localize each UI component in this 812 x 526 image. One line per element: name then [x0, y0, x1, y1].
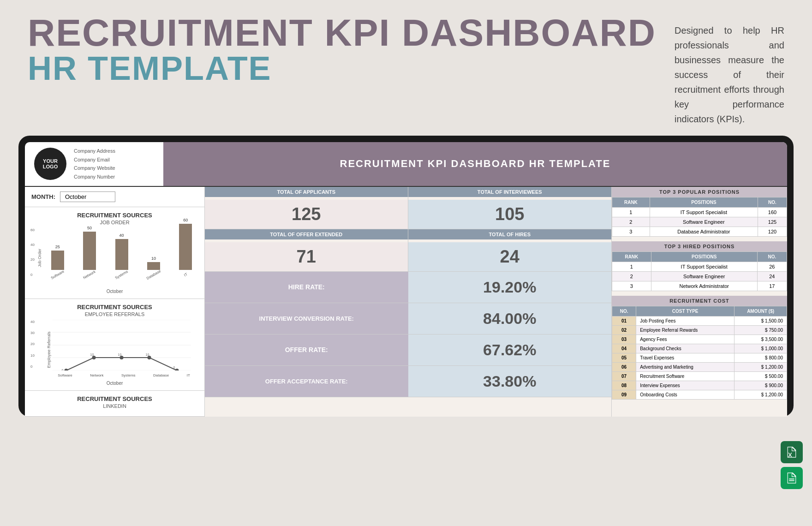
interviewees-label: TOTAL OF INTERVIEWEES	[408, 187, 612, 197]
table-row: 09 Onboarding Costs $ 1,200.00	[612, 390, 787, 399]
logo-circle: YOUR LOGO	[34, 148, 66, 180]
offers-label: TOTAL OF OFFER EXTENDED	[205, 229, 408, 239]
hires-cell: TOTAL OF HIRES 24	[408, 229, 612, 271]
table-row: 01 Job Posting Fees $ 1,500.00	[612, 316, 787, 325]
offers-cell: TOTAL OF OFFER EXTENDED 71	[205, 229, 408, 271]
svg-text:0: 0	[173, 366, 175, 369]
line-chart-svg: 0 10 10 10 0	[44, 320, 199, 371]
description: Designed to help HR professionals and bu…	[675, 14, 784, 126]
interviewees-cell: TOTAL OF INTERVIEWEES 105	[408, 187, 612, 229]
offers-value: 71	[205, 242, 408, 271]
svg-rect-16	[789, 480, 794, 481]
bar-software	[51, 251, 64, 270]
hires-label: TOTAL OF HIRES	[408, 229, 612, 239]
month-label: MONTH:	[31, 193, 55, 200]
dashboard-title-text: RECRUITMENT KPI DASHBOARD HR TEMPLATE	[340, 158, 611, 170]
table-row: 03 Agency Fees $ 3,500.00	[612, 335, 787, 344]
table-row: 3 Database Administrator 120	[612, 227, 787, 236]
hired-header-rank: RANK	[612, 251, 651, 262]
offer-rate-row: OFFER RATE: 67.62%	[205, 335, 611, 366]
device-inner: YOUR LOGO Company Address Company Email …	[25, 142, 787, 417]
dashboard-body: MONTH: RECRUITMENT SOURCES JOB ORDER Job…	[25, 187, 787, 417]
bar-chart-section: RECRUITMENT SOURCES JOB ORDER Job Order …	[25, 207, 204, 299]
line-chart-title: RECRUITMENT SOURCES	[30, 304, 199, 311]
company-email: Company Email	[74, 155, 115, 164]
company-address: Company Address	[74, 147, 115, 155]
sheets-icon[interactable]	[781, 467, 803, 489]
applicants-value: 125	[205, 200, 408, 229]
offer-rate-label: OFFER RATE:	[205, 335, 408, 365]
svg-text:10: 10	[146, 353, 149, 356]
cost-header-no: NO.	[612, 306, 636, 316]
popular-header-rank: RANK	[612, 197, 650, 207]
offer-rate-value: 67.62%	[408, 335, 612, 365]
hired-positions-title: TOP 3 HIRED POSITIONS	[612, 241, 787, 251]
hire-rate-value: 19.20%	[408, 272, 612, 303]
bar-item: 25 Software	[44, 245, 71, 277]
popular-positions-table: RANK POSITIONS NO. 1 IT Support Speciali…	[612, 197, 787, 237]
linkedin-section: RECRUITMENT SOURCES LINKEDIN	[25, 391, 204, 417]
line-chart-container: Employee Referrals 40 30 20 10 0	[30, 320, 199, 380]
popular-positions-section: TOP 3 POPULAR POSITIONS RANK POSITIONS N…	[612, 187, 787, 237]
bar-item: 50 Network	[76, 226, 102, 277]
cost-header-amount: AMOUNT ($)	[734, 306, 787, 316]
hired-header-positions: POSITIONS	[651, 251, 757, 262]
svg-point-9	[175, 369, 179, 371]
applicants-cell: TOTAL OF APPLICANTS 125	[205, 187, 408, 229]
table-row: 02 Employee Referral Rewards $ 750.00	[612, 325, 787, 335]
bar-item: 60 IT	[173, 218, 199, 277]
table-row: 3 Network Administrator 17	[612, 281, 787, 291]
top-left: RECRUITMENT KPI DASHBOARD HR TEMPLATE	[28, 14, 656, 85]
company-number: Company Number	[74, 173, 115, 181]
bar-database	[147, 262, 160, 270]
hired-header-no: NO.	[757, 251, 787, 262]
hire-rate-row: HIRE RATE: 19.20%	[205, 272, 611, 303]
table-row: 1 IT Support Specialist 26	[612, 262, 787, 271]
linkedin-subtitle: LINKEDIN	[30, 403, 199, 409]
bar-item: 10 Database	[140, 256, 167, 277]
popular-positions-title: TOP 3 POPULAR POSITIONS	[612, 187, 787, 197]
hired-positions-section: TOP 3 HIRED POSITIONS RANK POSITIONS NO.	[612, 241, 787, 291]
line-chart-section: RECRUITMENT SOURCES EMPLOYEE REFERRALS E…	[25, 299, 204, 391]
company-website: Company Website	[74, 164, 115, 173]
dashboard-title-banner: RECRUITMENT KPI DASHBOARD HR TEMPLATE	[163, 142, 787, 186]
table-row: 06 Advertising and Marketing $ 1,200.00	[612, 362, 787, 371]
hired-positions-table: RANK POSITIONS NO. 1 IT Support Speciali…	[612, 251, 787, 291]
bar-x-period: October	[30, 289, 199, 294]
month-row: MONTH:	[25, 187, 204, 207]
main-title: RECRUITMENT KPI DASHBOARD	[28, 14, 656, 52]
mid-col: TOTAL OF APPLICANTS 125 TOTAL OF INTERVI…	[205, 187, 612, 417]
interview-rate-value: 84.00%	[408, 303, 612, 334]
y-axis-labels: 60 40 20 0	[30, 228, 35, 277]
interview-rate-row: INTERVIEW CONVERSION RATE: 84.00%	[205, 303, 611, 335]
offer-acceptance-row: OFFER ACCEPTANCE RATE: 33.80%	[205, 366, 611, 397]
top-section: RECRUITMENT KPI DASHBOARD HR TEMPLATE De…	[0, 0, 812, 136]
svg-text:10: 10	[118, 353, 122, 356]
bar-y-label: Job Order	[37, 249, 42, 267]
hires-value: 24	[408, 242, 612, 271]
recruitment-cost-title: RECRUITMENT COST	[612, 296, 787, 306]
line-y-axis: 40 30 20 10 0	[30, 320, 35, 369]
month-input[interactable]	[60, 191, 115, 202]
bar-it	[179, 224, 192, 270]
left-col: MONTH: RECRUITMENT SOURCES JOB ORDER Job…	[25, 187, 205, 417]
svg-text:0: 0	[62, 369, 64, 371]
svg-point-8	[148, 356, 151, 359]
recruitment-cost-table: NO. COST TYPE AMOUNT ($) 01 Job Posting …	[612, 306, 787, 400]
logo-section: YOUR LOGO Company Address Company Email …	[25, 142, 163, 186]
offer-acceptance-label: OFFER ACCEPTANCE RATE:	[205, 366, 408, 397]
table-row: 2 Software Engineer 24	[612, 271, 787, 281]
popular-header-positions: POSITIONS	[650, 197, 758, 207]
table-row: 04 Background Checks $ 1,000.00	[612, 344, 787, 353]
linkedin-title: RECRUITMENT SOURCES	[30, 395, 199, 402]
table-row: 1 IT Support Specialist 160	[612, 207, 787, 217]
svg-point-5	[65, 369, 68, 371]
interviewees-value: 105	[408, 200, 612, 229]
excel-icon[interactable]	[781, 441, 803, 463]
logo-line1: YOUR	[43, 158, 58, 164]
table-row: 05 Travel Expenses $ 800.00	[612, 353, 787, 362]
bar-chart-container: Job Order 60 40 20 0 25 Software	[30, 228, 199, 288]
bar-group: 25 Software 50 Network 40	[44, 218, 199, 277]
line-y-label: Employee Referrals	[47, 331, 51, 368]
device-frame: YOUR LOGO Company Address Company Email …	[18, 136, 794, 417]
